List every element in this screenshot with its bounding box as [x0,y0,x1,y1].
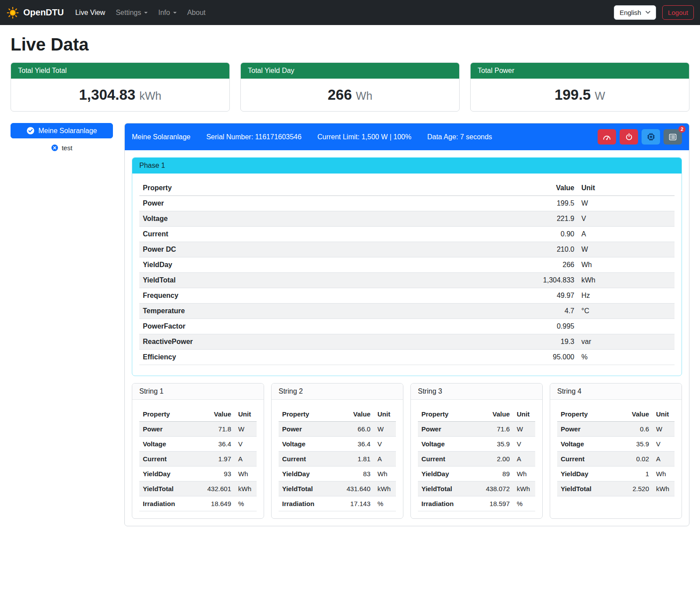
chevron-down-icon [173,12,177,14]
row-property: Voltage [418,437,477,452]
cpu-icon [646,132,656,141]
row-value: 71.6 [477,422,513,437]
string-title: String 3 [411,384,542,400]
row-unit: % [578,350,675,365]
row-property: YieldDay [139,467,199,481]
table-row: Irradiation 18.649 % [139,496,257,511]
inverter-button-label: Meine Solaranlage [38,127,97,135]
row-property: Voltage [139,211,521,227]
row-value: 432.601 [199,481,235,496]
total-yield-day-card: Total Yield Day 266Wh [240,62,460,112]
table-row: YieldTotal 2.520 kWh [557,481,675,496]
string-title: String 2 [272,384,403,400]
card-title: Total Yield Total [11,63,229,79]
row-value: 0.02 [617,452,653,467]
string-table-body: Power 66.0 W Voltage 36 [279,422,396,511]
row-property: Current [557,452,617,467]
sidebar-item-test[interactable]: test [11,144,113,152]
nav-live-view[interactable]: Live View [70,5,110,20]
phase-body: Property Value Unit [132,174,682,376]
column-property: Property [139,407,199,422]
table-row: YieldTotal 1,304.833 kWh [139,273,675,288]
table-row: Voltage 35.9 V [418,437,535,452]
string-1-card: String 1 Property Value Unit [132,383,264,519]
table-row: YieldTotal 431.640 kWh [279,481,396,496]
table-row: YieldDay 83 Wh [279,467,396,481]
string-cards: String 1 Property Value Unit [132,383,682,519]
row-value: 19.3 [521,334,578,350]
column-unit: Unit [578,181,675,196]
language-select[interactable]: English [614,5,656,20]
row-value: 199.5 [521,196,578,211]
row-unit: W [374,422,396,437]
x-circle-icon [51,144,58,152]
row-value: 95.000 [521,350,578,365]
row-value: 1.97 [199,452,235,467]
logout-button[interactable]: Logout [662,5,694,20]
sun-logo-icon [6,6,19,19]
brand[interactable]: OpenDTU [6,6,64,19]
test-label: test [62,144,72,152]
string-body: Property Value Unit [411,400,542,518]
events-button[interactable]: 2 [664,129,682,145]
power-icon [625,133,633,141]
card-unit: W [595,90,605,102]
inverter-name: Meine Solaranlage [132,133,190,141]
card-title: Total Yield Day [241,63,459,79]
row-property: Irradiation [279,496,338,511]
column-unit: Unit [235,407,257,422]
row-value: 0.995 [521,319,578,334]
language-value: English [620,9,641,16]
speedometer-icon [602,133,611,141]
phase-title: Phase 1 [132,158,682,174]
card-title: Total Power [471,63,689,79]
inverter-limit: Current Limit: 1,500 W | 100% [317,133,411,141]
row-value: 35.9 [617,437,653,452]
card-value: 199.5 [555,87,591,103]
events-count-badge: 2 [678,126,685,133]
row-property: Power [418,422,477,437]
nav-info-label: Info [158,9,170,17]
row-unit: Hz [578,288,675,304]
power-button[interactable] [620,129,638,145]
row-property: Irradiation [418,496,477,511]
row-value: 1,304.833 [521,273,578,288]
row-unit: A [374,452,396,467]
navbar-right: English Logout [614,5,694,20]
row-unit: kWh [578,273,675,288]
inverter-select-button[interactable]: Meine Solaranlage [11,123,113,138]
total-power-card: Total Power 199.5W [470,62,689,112]
table-header-row: Property Value Unit [557,407,675,422]
row-property: YieldDay [418,467,477,481]
table-row: ReactivePower 19.3 var [139,334,675,350]
row-property: YieldTotal [557,481,617,496]
row-unit: V [513,437,535,452]
string-table: Property Value Unit [557,407,675,496]
row-value: 1.81 [338,452,374,467]
row-property: Frequency [139,288,521,304]
row-property: YieldTotal [139,481,199,496]
row-value: 36.4 [199,437,235,452]
card-unit: Wh [356,90,373,102]
column-property: Property [557,407,617,422]
limit-gauge-button[interactable] [598,129,616,145]
table-row: Irradiation 18.597 % [418,496,535,511]
nav-info[interactable]: Info [153,5,182,20]
row-value: 66.0 [338,422,374,437]
nav-about[interactable]: About [182,5,211,20]
table-row: YieldDay 93 Wh [139,467,257,481]
nav-settings[interactable]: Settings [110,5,153,20]
table-row: Current 0.02 A [557,452,675,467]
row-unit: A [513,452,535,467]
string-body: Property Value Unit [272,400,403,518]
row-unit: Wh [235,467,257,481]
column-unit: Unit [653,407,675,422]
card-unit: kWh [139,90,161,102]
phase-card: Phase 1 Property Value Unit [132,157,682,376]
table-row: YieldDay 89 Wh [418,467,535,481]
row-value: 18.597 [477,496,513,511]
device-info-button[interactable] [642,129,660,145]
row-property: YieldDay [139,257,521,273]
row-property: Temperature [139,304,521,319]
inverter-card: Meine Solaranlage Serial Number: 1161716… [124,123,689,526]
